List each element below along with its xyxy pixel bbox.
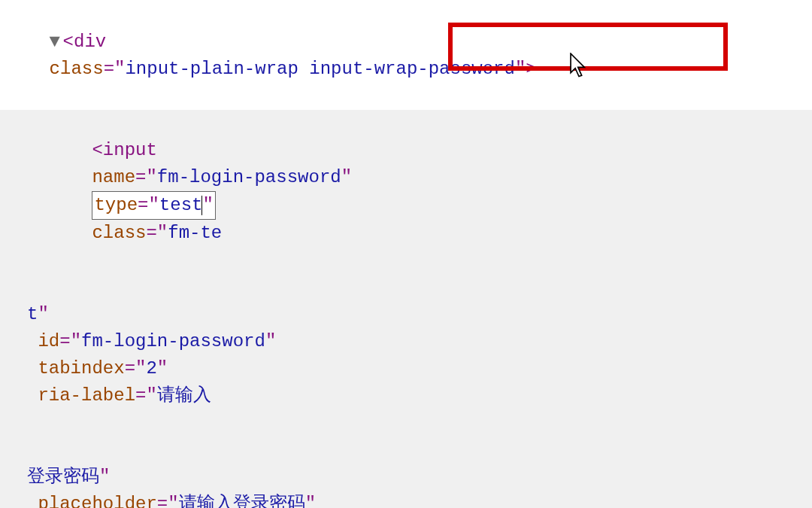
expand-arrow-icon[interactable]: ▼: [50, 29, 63, 56]
dom-node-outer-div-open[interactable]: ▼<div class="input-plain-wrap input-wrap…: [0, 2, 812, 110]
dom-node-input-selected[interactable]: <input name="fm-login-password" type="te…: [0, 110, 812, 508]
elements-dom-tree[interactable]: ▼<div class="input-plain-wrap input-wrap…: [0, 0, 812, 508]
editable-attribute-field[interactable]: type="test": [92, 191, 215, 220]
